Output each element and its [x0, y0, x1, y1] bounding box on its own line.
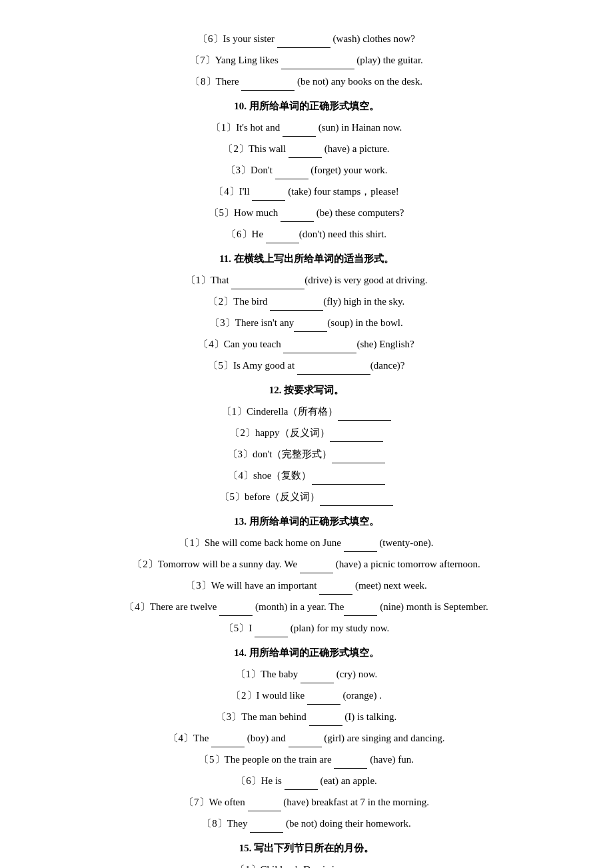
blank-s14-4b	[289, 729, 322, 747]
s14-line-8: 〔8〕They (be not) doing their homework.	[40, 814, 573, 833]
s11-line-5: 〔5〕Is Amy good at (dance)?	[40, 356, 573, 375]
blank-s14-1	[301, 665, 334, 683]
s12-line-1: 〔1〕Cinderella（所有格）	[40, 402, 573, 421]
section-14-title: 14. 用所给单词的正确形式填空。	[40, 644, 573, 662]
s13-line-4: 〔4〕There are twelve (month) in a year. T…	[40, 597, 573, 616]
blank-s12-2	[330, 423, 383, 442]
blank-s10-6	[266, 225, 299, 243]
blank-s14-5	[334, 750, 367, 769]
blank-6	[277, 29, 330, 48]
blank-s12-1	[338, 402, 391, 421]
section-10-title: 10. 用所给单词的正确形式填空。	[40, 97, 573, 115]
s14-line-4: 〔4〕The (boy) and (girl) are singing and …	[40, 729, 573, 747]
s14-line-7: 〔7〕We often (have) breakfast at 7 in the…	[40, 793, 573, 811]
s15-line-1: 〔1〕Children's Day is in .	[40, 860, 573, 868]
blank-s10-4	[252, 182, 285, 201]
s11-line-3: 〔3〕There isn't any (soup) in the bowl.	[40, 313, 573, 332]
s11-line-1: 〔1〕That (drive) is very good at driving.	[40, 271, 573, 289]
blank-s11-4	[283, 335, 356, 353]
blank-s10-1	[283, 118, 316, 137]
s14-line-5: 〔5〕The people on the train are (have) fu…	[40, 750, 573, 769]
s12-line-5: 〔5〕before（反义词）	[40, 487, 573, 506]
section-11-title: 11. 在横线上写出所给单词的适当形式。	[40, 250, 573, 268]
s12-line-4: 〔4〕shoe（复数）	[40, 466, 573, 485]
blank-s12-3	[332, 445, 385, 463]
blank-s13-1	[344, 533, 377, 552]
s14-line-1: 〔1〕The baby (cry) now.	[40, 665, 573, 683]
blank-s12-5	[320, 487, 393, 506]
blank-s13-4b	[344, 597, 377, 616]
s13-line-2: 〔2〕Tomorrow will be a sunny day. We (hav…	[40, 555, 573, 573]
section-12-title: 12. 按要求写词。	[40, 381, 573, 399]
s13-line-1: 〔1〕She will come back home on June (twen…	[40, 533, 573, 552]
blank-s13-4a	[219, 597, 253, 616]
blank-s10-3	[275, 161, 308, 179]
s10-line-3: 〔3〕Don't (forget) your work.	[40, 161, 573, 179]
blank-s13-3	[319, 576, 352, 595]
blank-s11-3	[294, 313, 327, 332]
blank-s11-1	[231, 271, 305, 289]
s10-line-4: 〔4〕I'll (take) four stamps，please!	[40, 182, 573, 201]
s12-line-3: 〔3〕don't（完整形式）	[40, 445, 573, 463]
blank-s14-2	[307, 686, 340, 705]
blank-s14-4a	[211, 729, 245, 747]
s14-line-6: 〔6〕He is (eat) an apple.	[40, 771, 573, 790]
s14-line-2: 〔2〕I would like (orange) .	[40, 686, 573, 705]
blank-s15-1	[342, 860, 375, 868]
blank-s11-5	[297, 356, 370, 375]
section-15-title: 15. 写出下列节日所在的月份。	[40, 839, 573, 857]
s13-line-5: 〔5〕I (plan) for my study now.	[40, 619, 573, 637]
line-6: 〔6〕Is your sister (wash) clothes now?	[40, 29, 573, 48]
blank-7	[281, 51, 354, 69]
s11-line-2: 〔2〕The bird (fly) high in the sky.	[40, 292, 573, 311]
blank-s13-2	[300, 555, 333, 573]
s14-line-3: 〔3〕The man behind (I) is talking.	[40, 707, 573, 726]
s10-line-5: 〔5〕How much (be) these computers?	[40, 203, 573, 222]
blank-s14-6	[285, 771, 318, 790]
line-7: 〔7〕Yang Ling likes (play) the guitar.	[40, 51, 573, 69]
s13-line-3: 〔3〕We will have an important (meet) next…	[40, 576, 573, 595]
blank-s11-2	[270, 292, 323, 311]
s11-line-4: 〔4〕Can you teach (she) English?	[40, 335, 573, 353]
blank-s10-2	[289, 139, 322, 158]
s10-line-1: 〔1〕It's hot and (sun) in Hainan now.	[40, 118, 573, 137]
blank-s10-5	[281, 203, 314, 222]
blank-s14-3	[309, 707, 342, 726]
blank-s14-7	[248, 793, 281, 811]
s10-line-6: 〔6〕He (don't) need this shirt.	[40, 225, 573, 243]
blank-s12-4	[312, 466, 385, 485]
blank-s14-8	[250, 814, 283, 833]
main-content: 〔6〕Is your sister (wash) clothes now? 〔7…	[40, 29, 573, 868]
s12-line-2: 〔2〕happy（反义词）	[40, 423, 573, 442]
s10-line-2: 〔2〕This wall (have) a picture.	[40, 139, 573, 158]
blank-s13-5	[255, 619, 288, 637]
line-8: 〔8〕There (be not) any books on the desk.	[40, 72, 573, 91]
blank-8	[241, 72, 295, 91]
section-13-title: 13. 用所给单词的正确形式填空。	[40, 513, 573, 531]
